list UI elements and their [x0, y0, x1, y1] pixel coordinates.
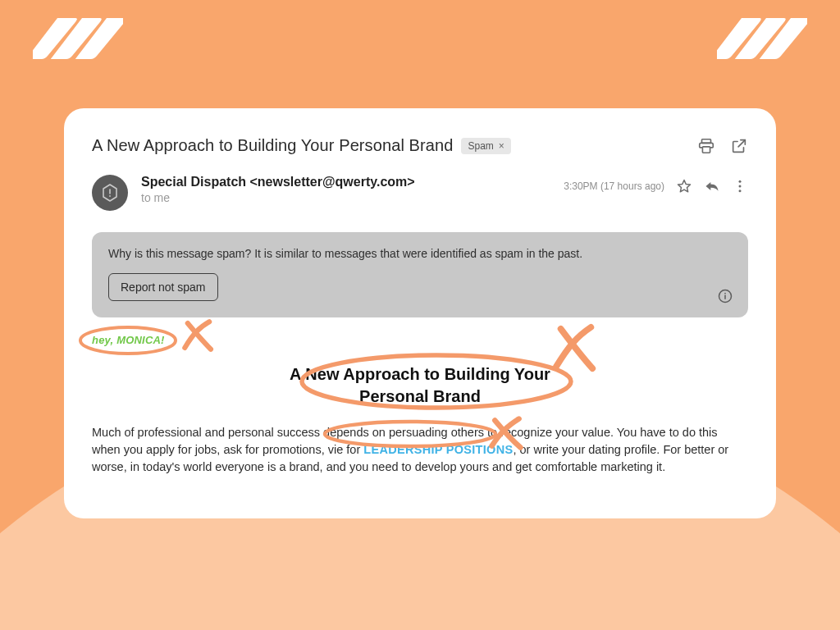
spam-panel: Why is this message spam? It is similar … — [92, 232, 748, 317]
sender-row: Special Dispatch <newsletter@qwerty.com>… — [92, 175, 748, 211]
brand-slash-logo-left — [33, 18, 123, 62]
email-card: A New Approach to Building Your Personal… — [64, 108, 776, 518]
report-not-spam-button[interactable]: Report not spam — [108, 273, 218, 301]
svg-rect-1 — [702, 146, 710, 152]
more-vertical-icon[interactable] — [732, 178, 748, 194]
svg-point-4 — [739, 180, 742, 183]
avatar — [92, 175, 128, 211]
svg-point-6 — [739, 189, 742, 192]
spam-chip[interactable]: Spam × — [461, 138, 510, 154]
sender-name: Special Dispatch <newsletter@qwerty.com> — [141, 175, 550, 189]
spam-explanation: Why is this message spam? It is similar … — [108, 247, 732, 260]
external-link-icon[interactable] — [730, 137, 748, 155]
email-timestamp: 3:30PM (17 hours ago) — [564, 180, 664, 192]
close-icon[interactable]: × — [499, 140, 504, 152]
reply-icon[interactable] — [704, 178, 720, 194]
title-line-1: A New Approach to Building Your — [290, 365, 550, 383]
svg-point-9 — [724, 293, 726, 294]
print-icon[interactable] — [697, 137, 715, 155]
star-icon[interactable] — [676, 178, 692, 194]
email-body-title: A New Approach to Building Your Personal… — [92, 363, 748, 408]
annotation-x-mark-greeting — [180, 315, 217, 356]
email-body-paragraph: Much of professional and personal succes… — [92, 424, 748, 476]
recipient-line: to me — [141, 191, 550, 204]
title-line-2: Personal Brand — [359, 387, 481, 405]
spam-chip-label: Spam — [468, 140, 493, 152]
svg-point-5 — [739, 185, 742, 188]
svg-point-3 — [109, 195, 111, 197]
email-subject: A New Approach to Building Your Personal… — [92, 136, 453, 155]
info-icon[interactable] — [717, 288, 733, 304]
hexagon-alert-icon — [100, 183, 120, 203]
email-body: hey, MONICA! A New Approach to Building … — [92, 332, 748, 476]
brand-slash-logo-right — [717, 18, 807, 62]
email-header-row: A New Approach to Building Your Personal… — [92, 136, 748, 155]
email-greeting: hey, MONICA! — [92, 334, 165, 346]
leadership-link[interactable]: LEADERSHIP POSITIONS — [363, 443, 513, 456]
